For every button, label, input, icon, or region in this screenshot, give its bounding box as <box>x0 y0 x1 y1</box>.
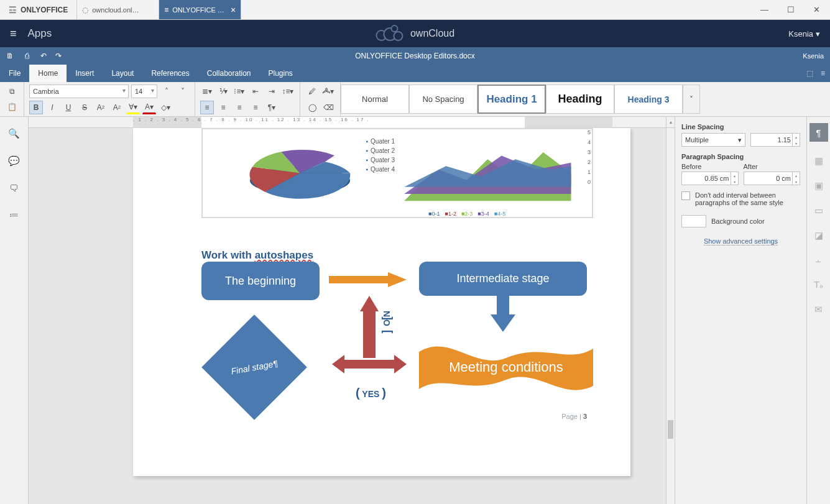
clear-format-button[interactable]: ◇▾ <box>159 101 172 114</box>
header-settings-icon[interactable]: ▭ <box>814 205 823 216</box>
align-right-button[interactable]: ≡ <box>233 101 246 114</box>
pie-legend: Quater 1 Quater 2 Quater 3 Quater 4 <box>366 137 395 174</box>
save-icon[interactable]: 🗎 <box>6 52 14 60</box>
right-panel: Line Spacing Multiple▾ 1.15▴▾ Paragraph … <box>675 117 806 504</box>
numbering-button[interactable]: ⅟▾ <box>216 85 230 98</box>
view-settings-icon[interactable]: ≡ <box>821 69 825 78</box>
user-menu[interactable]: Ksenia ▾ <box>788 29 820 39</box>
cloud-icon <box>376 25 405 42</box>
shape-settings-icon[interactable]: ◪ <box>814 230 823 241</box>
nonprinting-button[interactable]: ¶▾ <box>265 101 279 114</box>
document-bar: 🗎 ⎙ ↶ ↷ ONLYOFFICE Desktop Editors.docx … <box>0 47 830 65</box>
menu-file[interactable]: File <box>0 65 29 82</box>
linespacing-value[interactable]: 1.15▴▾ <box>750 133 800 147</box>
expand-ruler-icon[interactable]: ▴ <box>666 117 675 128</box>
document-page[interactable]: Quater 1 Quater 2 Quater 3 Quater 4 5432… <box>133 128 630 476</box>
style-heading3[interactable]: Heading 3 <box>614 85 683 114</box>
menu-collaboration[interactable]: Collaboration <box>198 65 260 82</box>
style-nospacing[interactable]: No Spacing <box>409 85 477 114</box>
font-size-combo[interactable]: 14 <box>131 85 157 98</box>
style-heading2[interactable]: Heading <box>546 85 614 114</box>
arrow-right-orange <box>329 273 407 286</box>
close-icon[interactable]: × <box>231 5 236 15</box>
font-color-button[interactable]: A▾ <box>142 101 156 114</box>
comments-icon[interactable]: 💬 <box>8 155 20 167</box>
align-justify-button[interactable]: ≡ <box>249 101 262 114</box>
spacing-after[interactable]: 0 cm▴▾ <box>744 172 801 185</box>
underline-button[interactable]: U <box>62 101 75 114</box>
copy-icon[interactable]: ⧉ <box>5 85 19 98</box>
multilevel-button[interactable]: ⁝≡▾ <box>233 85 246 98</box>
ribbon: ⧉ 📋 Cambria 14 ˄ ˅ B I U S A2 A2 ꓯ▾ A▾ ◇… <box>0 82 830 117</box>
bullets-button[interactable]: ≣▾ <box>200 85 214 98</box>
after-label: After <box>744 163 801 170</box>
svg-marker-9 <box>394 355 407 373</box>
paragraph-settings-icon[interactable]: ¶ <box>809 123 828 142</box>
close-window-icon[interactable]: ✕ <box>813 5 820 14</box>
advanced-link[interactable]: Show advanced settings <box>704 237 778 245</box>
linespacing-button[interactable]: ↕≡▾ <box>281 85 295 98</box>
menu-home[interactable]: Home <box>29 65 67 82</box>
bold-button[interactable]: B <box>29 101 43 114</box>
strike-button[interactable]: S <box>78 101 91 114</box>
styles-gallery: Normal No Spacing Heading 1 Heading Head… <box>341 82 830 116</box>
menu-plugins[interactable]: Plugins <box>260 65 302 82</box>
apps-label[interactable]: Apps <box>28 27 52 40</box>
print-icon[interactable]: ⎙ <box>25 52 29 60</box>
font-size-up[interactable]: ˄ <box>160 85 173 98</box>
dropcap-button[interactable]: 🖉 <box>305 85 319 98</box>
shape-beginning: The beginning <box>201 262 320 300</box>
superscript-button[interactable]: A2 <box>94 101 108 114</box>
shading-button[interactable]: 🟃▾ <box>321 85 335 98</box>
font-name-combo[interactable]: Cambria <box>29 85 129 98</box>
styles-dropdown[interactable]: ˅ <box>683 85 700 114</box>
menu-layout[interactable]: Layout <box>103 65 142 82</box>
clearstyle-button[interactable]: ◯ <box>305 101 319 114</box>
dont-add-label: Don't add interval between paragraphs of… <box>695 191 800 206</box>
mailmerge-icon[interactable]: ✉ <box>814 304 823 315</box>
hamburger-icon[interactable]: ≡ <box>10 27 17 40</box>
outdent-button[interactable]: ⇤ <box>249 85 262 98</box>
minimize-icon[interactable]: — <box>760 5 768 14</box>
svg-marker-8 <box>332 355 344 373</box>
charts-container: Quater 1 Quater 2 Quater 3 Quater 4 5432… <box>201 128 593 218</box>
font-size-down[interactable]: ˅ <box>176 85 190 98</box>
paste-icon[interactable]: 📋 <box>5 101 19 114</box>
style-normal[interactable]: Normal <box>341 85 409 114</box>
eraser-button[interactable]: ⌫ <box>321 101 335 114</box>
italic-button[interactable]: I <box>45 101 59 114</box>
table-settings-icon[interactable]: ▦ <box>814 155 823 167</box>
textart-settings-icon[interactable]: Tₐ <box>814 279 823 290</box>
shape-intermediate: Intermediate stage <box>419 262 587 296</box>
indent-button[interactable]: ⇥ <box>265 85 279 98</box>
menu-bar: File Home Insert Layout References Colla… <box>0 65 830 82</box>
undo-icon[interactable]: ↶ <box>40 52 47 60</box>
search-icon[interactable]: 🔍 <box>8 128 20 139</box>
linespacing-mode[interactable]: Multiple▾ <box>681 133 745 147</box>
menu-references[interactable]: References <box>142 65 198 82</box>
redo-icon[interactable]: ↷ <box>55 52 62 60</box>
navigation-icon[interactable]: ≔ <box>9 209 19 221</box>
bgcolor-swatch[interactable] <box>681 215 706 227</box>
horizontal-ruler[interactable]: . 1 . 2 . 3 . 4 . 5 . 6 . 7 . 8 . 9 . 10… <box>29 117 675 128</box>
style-heading1[interactable]: Heading 1 <box>477 85 546 114</box>
align-left-button[interactable]: ≡ <box>200 101 214 114</box>
chat-icon[interactable]: 🗨 <box>9 183 19 193</box>
menu-insert[interactable]: Insert <box>67 65 103 82</box>
highlight-button[interactable]: ꓯ▾ <box>126 101 140 114</box>
subscript-button[interactable]: A2 <box>110 101 124 114</box>
open-location-icon[interactable]: ⬚ <box>806 69 813 78</box>
page-number: Page | 3 <box>561 413 587 420</box>
document-area: L . 1 . 2 . 3 . 4 . 5 . 6 . 7 . 8 . 9 . … <box>29 117 675 504</box>
image-settings-icon[interactable]: ▣ <box>814 180 823 191</box>
chart-settings-icon[interactable]: ⫠ <box>814 255 823 265</box>
window-tab-document[interactable]: ≡ ONLYOFFICE … × <box>159 0 241 19</box>
align-center-button[interactable]: ≡ <box>216 101 230 114</box>
app-brand: ☲ ONLYOFFICE <box>0 0 77 19</box>
vertical-scrollbar[interactable] <box>666 128 675 504</box>
dont-add-checkbox[interactable] <box>681 191 690 200</box>
pie-chart: Quater 1 Quater 2 Quater 3 Quater 4 <box>203 129 397 217</box>
window-tab-owncloud[interactable]: ◌ owncloud.onl… <box>77 0 159 19</box>
spacing-before[interactable]: 0.85 cm▴▾ <box>681 172 739 185</box>
maximize-icon[interactable]: ☐ <box>787 5 795 14</box>
